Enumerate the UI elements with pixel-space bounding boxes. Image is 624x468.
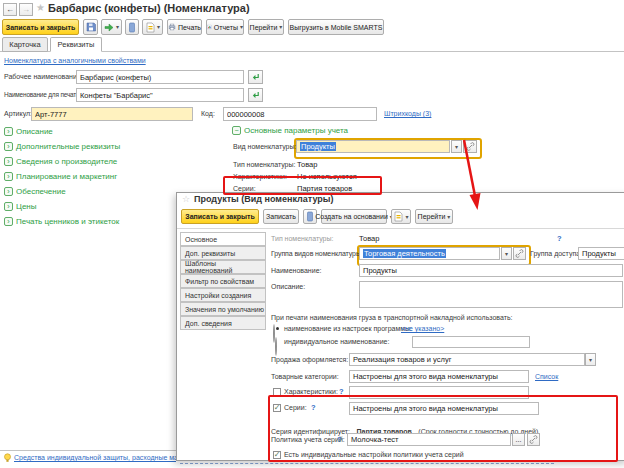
- tab-card[interactable]: Карточка: [2, 37, 48, 52]
- sale-dropdown-button[interactable]: ▾: [585, 353, 596, 366]
- categories-field[interactable]: Настроены для этого вида номенклатуры: [349, 370, 529, 383]
- kind-value: Продукты: [300, 142, 336, 151]
- goto-button[interactable]: Перейти ▾: [248, 19, 284, 35]
- not-specified-link[interactable]: <не указано>: [401, 325, 444, 332]
- dropdown-icon: ▾: [447, 214, 450, 220]
- print-button[interactable]: Печать: [167, 19, 202, 35]
- reports-button[interactable]: Отчеты ▾: [206, 19, 244, 35]
- create-from-button[interactable]: ▾: [142, 19, 163, 35]
- policy-ellipsis-button[interactable]: ...: [512, 433, 525, 446]
- similar-nomenclature-link[interactable]: Номенклатура с аналогичными свойствами: [4, 57, 146, 64]
- individual-name-input[interactable]: [412, 336, 530, 348]
- dialog-tab-property-filter[interactable]: Фильтр по свойствам: [180, 274, 266, 288]
- dialog-tab-name-templates[interactable]: Шаблоны наименований: [180, 260, 266, 274]
- print-name-input[interactable]: [76, 88, 244, 102]
- dialog-create-based-label: Создать на основании: [315, 213, 388, 220]
- dialog-create-based-button[interactable]: Создать на основании ▾: [321, 209, 387, 224]
- document-blue-button[interactable]: [125, 19, 139, 35]
- type-label: Тип номенклатуры:: [233, 161, 295, 168]
- ellipsis-icon: ...: [516, 436, 522, 443]
- green-arrow-icon: [104, 22, 114, 32]
- section-additional-requisites[interactable]: ›Дополнительные реквизиты: [4, 142, 120, 151]
- save-button[interactable]: [83, 19, 98, 35]
- dialog-save-close-label: Записать и закрыть: [185, 213, 254, 220]
- expand-icon: ›: [4, 157, 13, 166]
- print-name-helper-button[interactable]: [248, 88, 263, 102]
- dialog-toolbar-divider: [177, 228, 624, 229]
- code-input[interactable]: [223, 107, 377, 121]
- radio-individual-name[interactable]: [275, 337, 277, 356]
- dialog-tab-label: Доп. реквизиты: [185, 250, 235, 257]
- dialog-tab-label: Фильтр по свойствам: [185, 278, 254, 285]
- kind-open-button[interactable]: [463, 140, 477, 153]
- record-variants-button[interactable]: ▾: [101, 19, 122, 35]
- forward-button[interactable]: →: [19, 3, 33, 16]
- work-name-helper-button[interactable]: [248, 70, 263, 84]
- sale-field[interactable]: Реализация товаров и услуг: [349, 353, 585, 366]
- link-chain-icon: [515, 249, 524, 258]
- dialog-favorite-star-icon[interactable]: ☆: [182, 195, 190, 204]
- kind-field[interactable]: Продукты: [296, 140, 450, 153]
- work-name-input[interactable]: [76, 70, 244, 84]
- back-button[interactable]: ←: [3, 3, 17, 16]
- policy-open-button[interactable]: [527, 433, 540, 446]
- individual-settings-checkbox[interactable]: ✓: [273, 451, 281, 459]
- dropdown-icon: ▾: [157, 24, 160, 30]
- dialog-tab-default-values[interactable]: Значения по умолчанию: [180, 302, 266, 316]
- dropdown-icon: ▾: [405, 214, 408, 220]
- dialog-series-field[interactable]: Настроены для этого вида номенклатуры: [349, 402, 539, 415]
- help-icon[interactable]: ?: [557, 234, 562, 243]
- dialog-tab-main[interactable]: Основное: [180, 232, 266, 246]
- characteristics-checkbox[interactable]: [273, 388, 281, 396]
- footer-hint-row: Средства индивидуальной защиты, расходны…: [0, 452, 176, 465]
- dialog-tab-additional-requisites[interactable]: Доп. реквизиты: [180, 246, 266, 260]
- section-price-tags[interactable]: ›Печать ценников и этикеток: [4, 217, 119, 226]
- dialog-create-from-button[interactable]: ▾: [391, 209, 411, 224]
- printer-icon: [168, 22, 176, 32]
- save-close-button[interactable]: Записать и закрыть: [2, 19, 79, 35]
- tab-requisites[interactable]: Реквизиты: [50, 37, 102, 52]
- dialog-goto-button[interactable]: Перейти ▾: [415, 209, 453, 224]
- section-planning-marketing[interactable]: ›Планирование и маркетинг: [4, 172, 117, 181]
- help-icon[interactable]: ?: [311, 403, 316, 412]
- chevron-down-icon: ▾: [589, 357, 592, 363]
- group-dropdown-button[interactable]: ▾: [501, 247, 512, 260]
- section-prices[interactable]: ›Цены: [4, 202, 37, 211]
- categories-list-link[interactable]: Список: [535, 373, 558, 380]
- collapse-icon: −: [232, 126, 241, 135]
- favorite-star-icon[interactable]: ★: [36, 3, 45, 13]
- dialog-save-button[interactable]: Записать: [263, 209, 299, 224]
- section-supply[interactable]: ›Обеспечение: [4, 187, 66, 196]
- section-description[interactable]: ›Описание: [4, 127, 53, 136]
- params-group-header[interactable]: − Основные параметры учета: [232, 126, 348, 135]
- dialog-tab-creation-settings[interactable]: Настройки создания: [180, 288, 266, 302]
- article-input[interactable]: [31, 107, 193, 121]
- characteristics-input[interactable]: [349, 386, 529, 399]
- export-mobile-smarts-button[interactable]: Выгрузить в Mobile SMARTS: [288, 19, 384, 35]
- dialog-description-textarea[interactable]: [359, 281, 623, 308]
- categories-value: Настроены для этого вида номенклатуры: [353, 372, 498, 381]
- help-icon[interactable]: ?: [339, 387, 344, 396]
- section-label: Описание: [16, 127, 53, 136]
- barcodes-link[interactable]: Штрихкоды (3): [384, 110, 431, 117]
- group-open-button[interactable]: [513, 247, 526, 260]
- dialog-tab-additional-info[interactable]: Доп. сведения: [180, 316, 266, 330]
- dialog-tab-label: Значения по умолчанию: [185, 306, 264, 313]
- dialog-name-field[interactable]: Продукты: [359, 264, 623, 277]
- footer-hint-link[interactable]: Средства индивидуальной защиты, расходны…: [14, 454, 176, 461]
- goto-label: Перейти: [250, 24, 278, 31]
- section-manufacturer-info[interactable]: ›Сведения о производителе: [4, 157, 117, 166]
- sale-value: Реализация товаров и услуг: [353, 355, 451, 364]
- dropdown-icon: ▾: [240, 24, 243, 30]
- help-icon[interactable]: ?: [337, 435, 342, 444]
- transport-usage-text: При печати наименования груза в транспор…: [271, 314, 512, 321]
- kind-dropdown-button[interactable]: ▾: [451, 140, 462, 153]
- series-identifies-prefix: Серия идентифицирует:: [271, 428, 350, 435]
- policy-field[interactable]: Молочка-тест: [347, 433, 511, 446]
- series-checkbox[interactable]: ✓: [273, 404, 281, 412]
- dialog-save-close-button[interactable]: Записать и закрыть: [181, 209, 259, 224]
- dialog-access-field[interactable]: Продукты: [578, 247, 624, 260]
- back-icon: ←: [6, 5, 14, 14]
- series-label: Серии:: [233, 185, 256, 192]
- dialog-group-field[interactable]: Торговая деятельность: [359, 247, 500, 260]
